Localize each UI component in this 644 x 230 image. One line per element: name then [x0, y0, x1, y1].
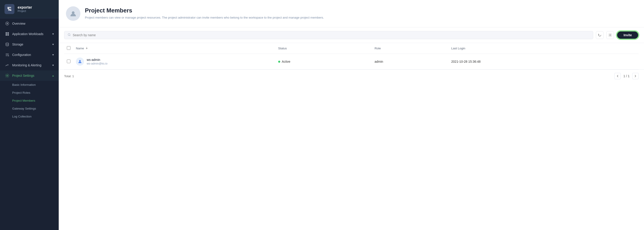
svg-point-11 — [610, 35, 611, 36]
chevron-down-icon: ▾ — [52, 43, 54, 46]
storage-icon — [5, 42, 10, 47]
search-input[interactable] — [73, 33, 590, 37]
member-name-cell: ws-admin ws-admin@ks.io — [73, 54, 276, 69]
svg-rect-4 — [6, 34, 7, 36]
member-status-cell: Active — [276, 54, 372, 69]
table-footer: Total: 1 1 / 1 — [59, 69, 644, 82]
project-settings-submenu: Basic Information Project Roles Project … — [0, 81, 59, 121]
page-header-avatar — [66, 6, 80, 21]
page-info: 1 / 1 — [624, 74, 630, 78]
sidebar: 🏗 exporter Project Overview Application … — [0, 0, 59, 230]
sidebar-item-label: Overview — [12, 22, 25, 25]
sidebar-item-label: Monitoring & Alerting — [12, 63, 41, 67]
sidebar-item-basic-information[interactable]: Basic Information — [0, 81, 59, 89]
search-box[interactable] — [64, 31, 593, 39]
settings-icon — [5, 73, 10, 78]
svg-point-7 — [8, 55, 9, 56]
svg-point-6 — [6, 43, 9, 44]
sidebar-item-configuration[interactable]: Configuration ▾ — [0, 50, 59, 60]
search-icon — [68, 33, 71, 37]
status-badge: Active — [278, 60, 369, 63]
sidebar-item-label: Storage — [12, 43, 23, 46]
sidebar-item-overview[interactable]: Overview — [0, 18, 59, 29]
member-info: ws-admin ws-admin@ks.io — [76, 58, 273, 66]
chevron-down-icon: ▾ — [52, 32, 54, 36]
invite-button[interactable]: Invite — [617, 31, 638, 39]
sidebar-item-monitoring-alerting[interactable]: Monitoring & Alerting ▾ — [0, 60, 59, 70]
column-settings-button[interactable] — [606, 31, 614, 39]
toolbar: Invite — [59, 27, 644, 43]
configuration-icon — [5, 53, 10, 57]
status-text: Active — [282, 60, 290, 63]
sidebar-item-project-settings[interactable]: Project Settings ▴ — [0, 70, 59, 81]
svg-point-8 — [6, 75, 8, 76]
page-header: Project Members Project members can view… — [59, 0, 644, 27]
prev-page-button[interactable] — [614, 73, 621, 79]
toolbar-actions: Invite — [596, 31, 638, 39]
member-email: ws-admin@ks.io — [87, 62, 108, 65]
sidebar-item-application-workloads[interactable]: Application Workloads ▾ — [0, 29, 59, 39]
svg-rect-3 — [8, 32, 9, 34]
member-details: ws-admin ws-admin@ks.io — [87, 58, 108, 65]
project-settings-label: Project Settings — [12, 74, 34, 77]
application-workloads-icon — [5, 32, 10, 36]
chevron-down-icon: ▾ — [52, 64, 54, 67]
svg-point-1 — [6, 23, 8, 24]
logo-subtitle: Project — [18, 10, 32, 13]
content-area: Invite Name — [59, 27, 644, 230]
sidebar-item-project-roles[interactable]: Project Roles — [0, 89, 59, 97]
sort-icon — [85, 47, 88, 50]
column-header-status: Status — [276, 43, 372, 54]
column-header-role: Role — [372, 43, 449, 54]
page-description: Project members can view or manage proje… — [85, 15, 637, 20]
table-row: ws-admin ws-admin@ks.io Active admin — [64, 54, 638, 69]
member-display-name: ws-admin — [87, 58, 108, 62]
avatar — [76, 58, 84, 66]
overview-icon — [5, 21, 10, 26]
member-role-cell: admin — [372, 54, 449, 69]
sidebar-item-storage[interactable]: Storage ▾ — [0, 39, 59, 50]
sidebar-item-log-collection[interactable]: Log Collection — [0, 112, 59, 121]
chevron-down-icon: ▾ — [52, 53, 54, 56]
sidebar-item-label: Configuration — [12, 53, 31, 57]
page-title: Project Members — [85, 7, 637, 14]
sidebar-item-label: Application Workloads — [12, 32, 43, 36]
row-checkbox[interactable] — [67, 60, 70, 63]
logo-text: exporter Project — [18, 6, 32, 13]
chevron-up-icon: ▴ — [52, 74, 54, 77]
svg-rect-5 — [8, 34, 9, 36]
member-last-login-cell: 2021-10-28 15:36:48 — [448, 54, 638, 69]
total-count: Total: 1 — [64, 74, 74, 78]
monitoring-icon — [5, 63, 10, 67]
status-dot — [278, 61, 280, 63]
main-content: Project Members Project members can view… — [59, 0, 644, 230]
column-header-last-login: Last Login — [448, 43, 638, 54]
svg-rect-2 — [6, 32, 7, 34]
refresh-button[interactable] — [596, 31, 604, 39]
svg-point-12 — [79, 60, 81, 62]
members-table-container: Name Status Role Last Login — [59, 43, 644, 69]
sidebar-logo[interactable]: 🏗 exporter Project — [0, 0, 59, 18]
select-all-header[interactable] — [64, 43, 73, 54]
logo-title: exporter — [18, 6, 32, 10]
members-table: Name Status Role Last Login — [64, 43, 638, 69]
row-checkbox-cell[interactable] — [64, 54, 73, 69]
next-page-button[interactable] — [632, 73, 638, 79]
page-header-text: Project Members Project members can view… — [85, 7, 637, 20]
sidebar-item-gateway-settings[interactable]: Gateway Settings — [0, 104, 59, 112]
logo-icon: 🏗 — [4, 4, 14, 14]
select-all-checkbox[interactable] — [67, 46, 70, 50]
pagination: 1 / 1 — [614, 73, 638, 79]
column-header-name[interactable]: Name — [73, 43, 276, 54]
sidebar-item-project-members[interactable]: Project Members — [0, 97, 59, 104]
